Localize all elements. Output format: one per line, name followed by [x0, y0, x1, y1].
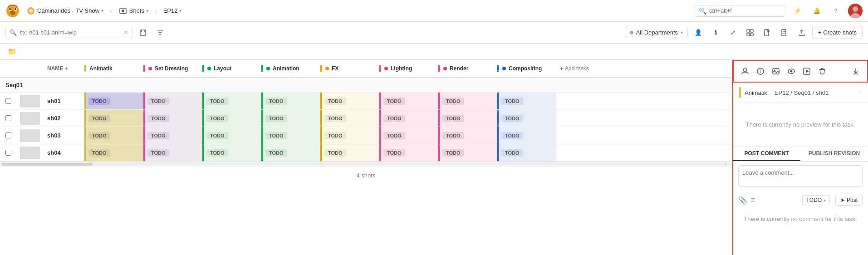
shots-nav-item[interactable]: Shots ▾	[115, 5, 152, 17]
task-lighting-sh04[interactable]: TODO	[379, 144, 438, 161]
task-compositing-sh04[interactable]: TODO	[497, 144, 556, 161]
status-todo-select[interactable]: TODO ▾	[802, 195, 830, 205]
task-set-dressing-sh01[interactable]: TODO	[143, 93, 202, 109]
task-animatik-sh04[interactable]: TODO	[84, 144, 143, 161]
task-lighting-sh01[interactable]: TODO	[379, 93, 438, 109]
task-animation-sh01[interactable]: TODO	[261, 93, 320, 109]
help-icon-btn[interactable]: ?	[829, 4, 843, 18]
task-animatik-sh01[interactable]: TODO	[84, 93, 143, 109]
project-nav-item[interactable]: Caminandes - TV Show ▾	[23, 5, 107, 17]
horizontal-scroll-thumb[interactable]	[2, 163, 93, 166]
info-btn[interactable]: ℹ	[709, 26, 722, 39]
task-render-sh01[interactable]: TODO	[438, 93, 497, 109]
upload-btn[interactable]	[795, 26, 809, 39]
horizontal-scroll-track[interactable]: ›	[0, 162, 732, 166]
save-search-icon-btn[interactable]	[136, 26, 150, 39]
task-compositing-sh01[interactable]: TODO	[497, 93, 556, 109]
table-footer: 4 shots	[0, 166, 732, 184]
add-row-icon[interactable]: +	[65, 65, 68, 72]
shot-search-box[interactable]: 🔍 ✕	[5, 27, 132, 38]
row-check-sh04[interactable]	[0, 150, 16, 156]
folder-icon-btn[interactable]: 📁	[5, 45, 19, 59]
department-select[interactable]: All Departments ▾	[625, 27, 688, 38]
task-compositing-sh03[interactable]: TODO	[497, 127, 556, 144]
create-shots-button[interactable]: + Create shots	[812, 26, 863, 39]
global-search-box[interactable]: 🔍	[695, 5, 785, 17]
task-fx-sh04[interactable]: TODO	[320, 144, 379, 161]
post-comment-button[interactable]: ➤ Post	[835, 195, 863, 206]
task-compositing-sh02[interactable]: TODO	[497, 110, 556, 127]
add-tasks-label: Add tasks	[565, 65, 589, 72]
task-animatik-sh02[interactable]: TODO	[84, 110, 143, 127]
task-animation-sh03[interactable]: TODO	[261, 127, 320, 144]
task-render-sh02[interactable]: TODO	[438, 110, 497, 127]
task-layout-sh04[interactable]: TODO	[202, 144, 261, 161]
task-fx-sh03[interactable]: TODO	[320, 127, 379, 144]
filter-icon-btn[interactable]	[153, 26, 167, 39]
global-search-input[interactable]	[709, 7, 773, 14]
task-lighting-sh03[interactable]: TODO	[379, 127, 438, 144]
shot-search-input[interactable]	[20, 29, 121, 36]
search-clear-icon[interactable]: ✕	[123, 29, 128, 36]
task-render-sh04[interactable]: TODO	[438, 144, 497, 161]
scroll-right-arrow[interactable]: ›	[721, 160, 730, 169]
toolbar: 🔍 ✕ All Departments ▾ 👤 ℹ ⤢ + Create sho…	[0, 22, 868, 44]
panel-person-icon-btn[interactable]	[738, 64, 752, 78]
checklist-icon-btn[interactable]: ≡	[751, 196, 755, 204]
task-animatik-sh03[interactable]: TODO	[84, 127, 143, 144]
episode-nav-item[interactable]: EP12 ▾	[160, 5, 186, 16]
panel-collapse-btn[interactable]: ↑	[859, 89, 862, 96]
tab-post-comment[interactable]: POST COMMENT	[733, 147, 800, 161]
panel-info-icon-btn[interactable]: i	[754, 64, 767, 78]
name-sh03: sh03	[44, 132, 84, 139]
task-animation-sh04[interactable]: TODO	[261, 144, 320, 161]
task-set-dressing-sh04[interactable]: TODO	[143, 144, 202, 161]
tab-publish-revision[interactable]: PUBLISH REVISION	[800, 147, 868, 161]
csv-export-btn[interactable]	[760, 26, 774, 39]
name-sh01: sh01	[44, 98, 84, 104]
header-animation-col: Animation	[261, 65, 320, 72]
lightning-icon-btn[interactable]: ⚡	[791, 4, 804, 18]
panel-download-icon-btn[interactable]	[849, 64, 863, 78]
todo-select-chevron: ▾	[824, 198, 826, 203]
add-tasks-col[interactable]: + Add tasks	[556, 65, 611, 72]
checkbox-sh04[interactable]	[5, 150, 11, 156]
task-layout-sh03[interactable]: TODO	[202, 127, 261, 144]
task-set-dressing-sh02[interactable]: TODO	[143, 110, 202, 127]
panel-image-icon-btn[interactable]	[769, 64, 783, 78]
project-chevron-icon: ▾	[101, 8, 103, 13]
row-check-sh02[interactable]	[0, 115, 16, 121]
task-set-dressing-sh03[interactable]: TODO	[143, 127, 202, 144]
row-check-sh03[interactable]	[0, 132, 16, 138]
task-render-sh03[interactable]: TODO	[438, 127, 497, 144]
checkbox-sh03[interactable]	[5, 132, 11, 138]
task-layout-sh01[interactable]: TODO	[202, 93, 261, 109]
grid-view-btn[interactable]	[743, 26, 757, 39]
attach-icon-btn[interactable]: 📎	[738, 196, 747, 205]
seq01-group-header: Seq01	[0, 78, 732, 93]
task-animation-sh02[interactable]: TODO	[261, 110, 320, 127]
panel-eye-icon-btn[interactable]	[785, 64, 798, 78]
panel-play-icon-btn[interactable]	[800, 64, 814, 78]
app-logo[interactable]	[5, 4, 20, 18]
task-fx-sh01[interactable]: TODO	[320, 93, 379, 109]
checkbox-sh02[interactable]	[5, 115, 11, 121]
svg-point-11	[853, 6, 858, 12]
todo-badge-compositing-sh04: TODO	[501, 149, 523, 157]
thumb-image-sh02	[20, 112, 40, 125]
task-fx-sh02[interactable]: TODO	[320, 110, 379, 127]
bell-icon-btn[interactable]: 🔔	[810, 4, 824, 18]
task-lighting-sh02[interactable]: TODO	[379, 110, 438, 127]
todo-badge-animatik-sh03: TODO	[88, 132, 110, 139]
person-filter-btn[interactable]: 👤	[691, 26, 705, 39]
comment-textarea[interactable]	[738, 165, 863, 187]
panel-trash-icon-btn[interactable]	[815, 64, 829, 78]
user-avatar[interactable]	[848, 4, 863, 18]
file-export-btn[interactable]	[778, 26, 791, 39]
task-layout-sh02[interactable]: TODO	[202, 110, 261, 127]
toolbar-search-icon: 🔍	[10, 29, 17, 36]
checkbox-sh01[interactable]	[5, 98, 11, 104]
row-check-sh01[interactable]	[0, 98, 16, 104]
expand-btn[interactable]: ⤢	[726, 26, 740, 39]
todo-badge-animation-sh01: TODO	[265, 98, 287, 105]
